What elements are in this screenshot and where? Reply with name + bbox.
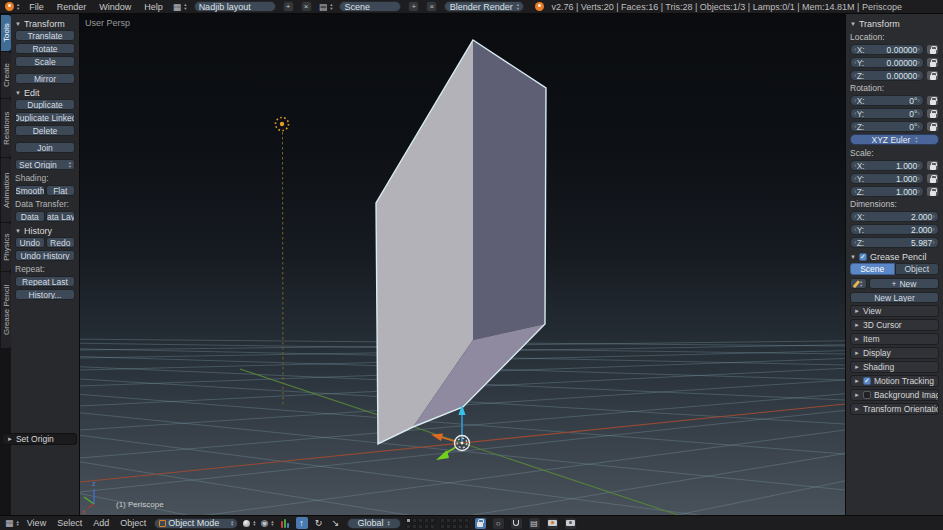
3d-viewport[interactable]: z x User Persp (1) Periscope xyxy=(80,14,845,515)
location-x-field[interactable]: ‹X:0.00000› xyxy=(850,44,924,55)
tab-animation[interactable]: Animation xyxy=(1,158,11,222)
scene-icon-button[interactable]: ▤ ▴▾ xyxy=(319,2,333,12)
tab-grease-pencil[interactable]: Grease Pencil xyxy=(1,272,11,348)
transform-orientations-panel-header[interactable]: ► Transform Orientations xyxy=(850,403,939,415)
location-y-field[interactable]: ‹Y:0.00000› xyxy=(850,57,924,68)
motion-tracking-checkbox[interactable]: ✓ xyxy=(863,377,871,385)
data-button[interactable]: Data xyxy=(15,211,45,222)
layer-cell[interactable] xyxy=(430,518,435,523)
history-menu-button[interactable]: History... xyxy=(15,289,75,300)
dimensions-z-field[interactable]: ‹Z:5.987› xyxy=(850,237,939,248)
layer-cell[interactable] xyxy=(464,524,469,529)
tab-create[interactable]: Create xyxy=(1,52,11,98)
gp-new-layer-button[interactable]: New Layer xyxy=(850,292,939,303)
grease-pencil-checkbox[interactable]: ✓ xyxy=(859,253,867,261)
manipulator-y-arrow[interactable] xyxy=(436,450,449,460)
lock-scale-x-button[interactable] xyxy=(926,160,939,171)
3d-cursor-panel-header[interactable]: ► 3D Cursor xyxy=(850,319,939,331)
opengl-render-button[interactable] xyxy=(546,517,559,530)
redo-button[interactable]: Redo xyxy=(46,237,76,248)
menu-window[interactable]: Window xyxy=(96,2,134,12)
layer-cell[interactable] xyxy=(406,524,411,529)
dimensions-x-field[interactable]: ‹X:2.000› xyxy=(850,211,939,222)
layer-cell[interactable] xyxy=(446,518,451,523)
periscope-mesh-object[interactable] xyxy=(376,40,546,444)
shade-smooth-button[interactable]: Smooth xyxy=(15,185,45,196)
lock-rotation-z-button[interactable] xyxy=(926,121,939,132)
dimensions-y-field[interactable]: ‹Y:2.000› xyxy=(850,224,939,235)
snap-toggle-button[interactable] xyxy=(510,517,523,530)
rotate-manipulator-button[interactable]: ↻ xyxy=(313,517,325,529)
transform-panel-header[interactable]: ▼ Transform xyxy=(15,17,75,30)
gp-brush-menu-button[interactable]: ▴▾ xyxy=(850,278,867,289)
menu-file[interactable]: File xyxy=(26,2,47,12)
proportional-edit-button[interactable]: ○ xyxy=(492,517,505,530)
close-scene-button[interactable]: × xyxy=(426,1,437,12)
menu-select[interactable]: Select xyxy=(54,518,85,528)
scale-z-field[interactable]: ‹Z:1.000› xyxy=(850,186,924,197)
edit-panel-header[interactable]: ▼ Edit xyxy=(15,86,75,99)
tab-tools[interactable]: Tools xyxy=(1,15,11,51)
undo-button[interactable]: Undo xyxy=(15,237,45,248)
item-panel-header[interactable]: ► Item xyxy=(850,333,939,345)
set-origin-menu-button[interactable]: Set Origin ▴▾ xyxy=(15,159,75,170)
manipulator-toggle-button[interactable] xyxy=(279,517,291,529)
lock-rotation-y-button[interactable] xyxy=(926,108,939,119)
scene-name-field[interactable]: Scene xyxy=(339,1,401,12)
grease-pencil-panel-header[interactable]: ▼ ✓ Grease Pencil xyxy=(850,250,939,263)
layer-cell[interactable] xyxy=(412,524,417,529)
gp-source-object-tab[interactable]: Object xyxy=(895,263,940,275)
render-engine-select[interactable]: Blender Render ▴▾ xyxy=(444,1,524,12)
viewport-shading-button[interactable]: ▴▾ xyxy=(243,520,255,527)
duplicate-linked-button[interactable]: Duplicate Linked xyxy=(15,112,75,123)
menu-help[interactable]: Help xyxy=(141,2,166,12)
shading-panel-header[interactable]: ► Shading xyxy=(850,361,939,373)
gp-source-scene-tab[interactable]: Scene xyxy=(850,263,895,275)
orientation-select[interactable]: Global ▴▾ xyxy=(347,518,401,529)
operator-redo-panel[interactable]: ► Set Origin xyxy=(2,433,77,445)
tab-physics[interactable]: Physics xyxy=(1,223,11,271)
layers-block-1[interactable] xyxy=(406,518,435,529)
repeat-last-button[interactable]: Repeat Last xyxy=(15,276,75,287)
add-layout-button[interactable]: + xyxy=(283,1,294,12)
rotation-mode-select[interactable]: XYZ Euler ▴▾ xyxy=(850,134,939,145)
menu-view[interactable]: View xyxy=(24,518,49,528)
manipulator-x-arrow[interactable] xyxy=(431,434,443,442)
editor-type-button[interactable]: ▦ ▴▾ xyxy=(5,518,19,528)
display-panel-header[interactable]: ► Display xyxy=(850,347,939,359)
duplicate-button[interactable]: Duplicate xyxy=(15,99,75,110)
background-images-checkbox[interactable] xyxy=(863,391,871,399)
layer-cell[interactable] xyxy=(424,518,429,523)
add-scene-button[interactable]: + xyxy=(408,1,419,12)
layer-cell[interactable] xyxy=(440,524,445,529)
scale-button[interactable]: Scale xyxy=(15,56,75,67)
layer-cell[interactable] xyxy=(412,518,417,523)
rotation-x-field[interactable]: ‹X:0°› xyxy=(850,95,924,106)
undo-history-button[interactable]: Undo History xyxy=(15,250,75,261)
mode-select[interactable]: Object Mode ▴▾ xyxy=(154,518,238,529)
lock-scale-y-button[interactable] xyxy=(926,173,939,184)
layer-cell[interactable] xyxy=(458,518,463,523)
lock-location-x-button[interactable] xyxy=(926,44,939,55)
close-layout-button[interactable]: × xyxy=(301,1,312,12)
screen-layout-field[interactable]: Nadjib layout xyxy=(194,1,276,12)
scale-y-field[interactable]: ‹Y:1.000› xyxy=(850,173,924,184)
layer-cell[interactable] xyxy=(430,524,435,529)
menu-add[interactable]: Add xyxy=(90,518,112,528)
layers-block-2[interactable] xyxy=(440,518,469,529)
snap-element-button[interactable]: ▤ xyxy=(528,517,541,530)
background-images-panel-header[interactable]: ► Background Images xyxy=(850,389,939,401)
delete-button[interactable]: Delete xyxy=(15,125,75,136)
menu-object[interactable]: Object xyxy=(117,518,149,528)
rotation-y-field[interactable]: ‹Y:0°› xyxy=(850,108,924,119)
scale-manipulator-button[interactable]: ↘ xyxy=(330,517,342,529)
translate-manipulator-button[interactable]: ↑ xyxy=(296,517,308,529)
layer-cell[interactable] xyxy=(452,524,457,529)
rotation-z-field[interactable]: ‹Z:0°› xyxy=(850,121,924,132)
layer-cell[interactable] xyxy=(452,518,457,523)
tab-relations[interactable]: Relations xyxy=(1,99,11,157)
layer-cell[interactable] xyxy=(418,518,423,523)
transform-panel-header[interactable]: ▼ Transform xyxy=(850,17,939,30)
pivot-point-button[interactable]: ◉ ▴▾ xyxy=(260,518,273,528)
menu-render[interactable]: Render xyxy=(54,2,90,12)
